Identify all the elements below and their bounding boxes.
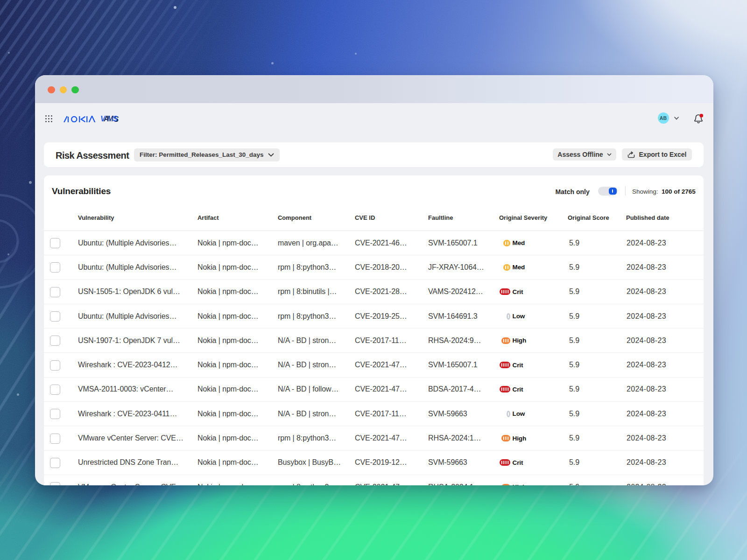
svg-text:S: S (113, 115, 118, 123)
